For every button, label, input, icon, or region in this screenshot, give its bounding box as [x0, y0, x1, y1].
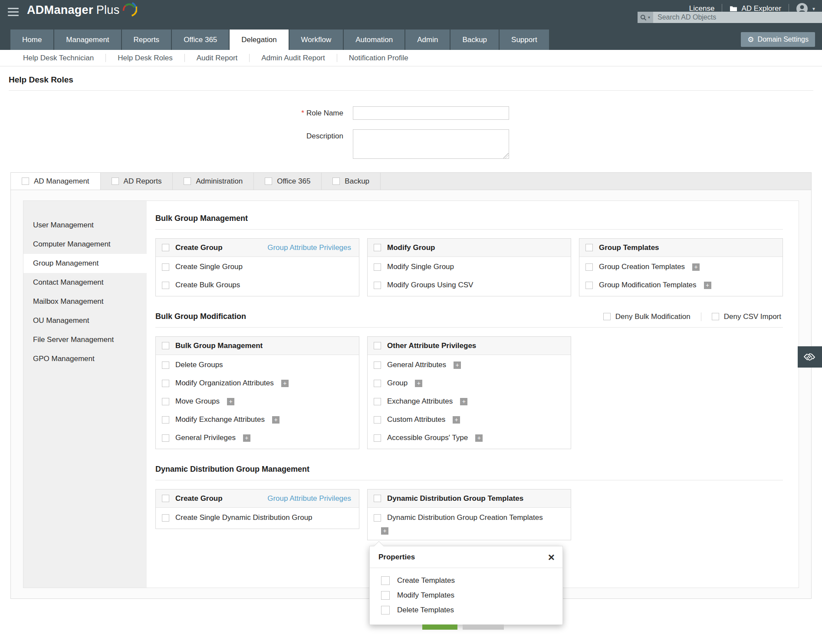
deny-option-deny-bulk-modification[interactable]: Deny Bulk Modification: [593, 312, 701, 321]
sidebar-item-user-management[interactable]: User Management: [23, 216, 147, 235]
role-name-input[interactable]: [353, 106, 509, 120]
subnav-item-admin-audit-report[interactable]: Admin Audit Report: [250, 54, 337, 62]
nav-item-admin[interactable]: Admin: [405, 30, 450, 50]
sidebar-item-ou-management[interactable]: OU Management: [23, 311, 147, 330]
item-checkbox[interactable]: [162, 263, 169, 271]
nav-item-backup[interactable]: Backup: [450, 30, 499, 50]
nav-item-office-365[interactable]: Office 365: [172, 30, 229, 50]
popup-option-create-templates[interactable]: Create Templates: [370, 573, 562, 588]
deny-checkbox[interactable]: [712, 313, 719, 320]
privilege-item-label: Create Single Group: [175, 263, 243, 271]
subnav-item-help-desk-technician[interactable]: Help Desk Technician: [11, 54, 106, 62]
box-body: Create Single Dynamic Distribution Group: [156, 508, 359, 529]
tab-ad-management[interactable]: AD Management: [11, 173, 101, 190]
nav-item-home[interactable]: Home: [10, 30, 53, 50]
expand-plus-icon[interactable]: +: [227, 398, 234, 405]
item-checkbox[interactable]: [374, 398, 381, 405]
subnav-item-audit-report[interactable]: Audit Report: [185, 54, 250, 62]
item-checkbox[interactable]: [374, 416, 381, 424]
nav-item-delegation[interactable]: Delegation: [230, 30, 288, 50]
sidebar-item-file-server-management[interactable]: File Server Management: [23, 330, 147, 349]
expand-plus-icon[interactable]: +: [454, 361, 461, 369]
expand-plus-icon[interactable]: +: [692, 263, 700, 271]
nav-item-support[interactable]: Support: [500, 30, 549, 50]
close-icon[interactable]: ×: [548, 553, 555, 561]
domain-settings-button[interactable]: ⚙ Domain Settings: [741, 32, 815, 47]
nav-item-management[interactable]: Management: [54, 30, 121, 50]
item-checkbox[interactable]: [162, 398, 169, 405]
box-header-checkbox[interactable]: [162, 342, 169, 349]
tab-label: AD Reports: [124, 177, 162, 186]
popup-checkbox[interactable]: [381, 591, 390, 600]
subnav-item-help-desk-roles[interactable]: Help Desk Roles: [106, 54, 185, 62]
item-checkbox[interactable]: [374, 263, 381, 271]
popup-option-delete-templates[interactable]: Delete Templates: [370, 603, 562, 618]
privilege-item-label: Custom Attributes: [387, 415, 445, 424]
popup-option-modify-templates[interactable]: Modify Templates: [370, 588, 562, 603]
deny-option-deny-csv-import[interactable]: Deny CSV Import: [701, 312, 783, 321]
sidebar-item-group-management[interactable]: Group Management: [23, 254, 147, 273]
tab-checkbox[interactable]: [112, 177, 119, 185]
item-checkbox[interactable]: [162, 361, 169, 369]
sidebar-item-contact-management[interactable]: Contact Management: [23, 273, 147, 292]
nav-item-automation[interactable]: Automation: [344, 30, 404, 50]
group-attribute-privileges-link[interactable]: Group Attribute Privileges: [267, 494, 351, 503]
item-checkbox[interactable]: [374, 514, 381, 522]
description-textarea[interactable]: [353, 129, 509, 159]
item-checkbox[interactable]: [374, 282, 381, 289]
search-scope-button[interactable]: ▼: [638, 12, 653, 23]
box-header-checkbox[interactable]: [162, 244, 169, 251]
hamburger-menu-icon[interactable]: [8, 8, 19, 16]
tab-office-365[interactable]: Office 365: [254, 173, 322, 190]
tab-checkbox[interactable]: [265, 177, 272, 185]
tab-checkbox[interactable]: [332, 177, 340, 185]
subnav-item-notification-profile[interactable]: Notification Profile: [337, 54, 420, 62]
expand-plus-icon[interactable]: +: [272, 416, 279, 424]
group-attribute-privileges-link[interactable]: Group Attribute Privileges: [267, 243, 351, 252]
box-header-checkbox[interactable]: [374, 342, 381, 349]
tab-administration[interactable]: Administration: [173, 173, 254, 190]
expand-plus-icon[interactable]: +: [453, 416, 460, 424]
box-header-checkbox[interactable]: [374, 244, 381, 251]
sidebar-item-gpo-management[interactable]: GPO Management: [23, 349, 147, 368]
cancel-button-partial[interactable]: [463, 624, 504, 630]
item-checkbox[interactable]: [162, 434, 169, 442]
tab-checkbox[interactable]: [22, 177, 29, 185]
expand-plus-icon-expanded[interactable]: +: [381, 527, 388, 535]
expand-plus-icon[interactable]: +: [281, 380, 289, 387]
deny-checkbox[interactable]: [603, 313, 611, 320]
box-header-checkbox[interactable]: [374, 495, 381, 502]
search-input[interactable]: [653, 12, 822, 23]
nav-item-workflow[interactable]: Workflow: [289, 30, 343, 50]
expand-plus-icon[interactable]: +: [243, 434, 250, 442]
tab-checkbox[interactable]: [184, 177, 191, 185]
item-checkbox[interactable]: [162, 380, 169, 387]
popup-checkbox[interactable]: [381, 576, 390, 585]
expand-plus-icon[interactable]: +: [475, 434, 483, 442]
sidebar-item-computer-management[interactable]: Computer Management: [23, 235, 147, 254]
tab-ad-reports[interactable]: AD Reports: [101, 173, 173, 190]
item-checkbox[interactable]: [162, 282, 169, 289]
tab-backup[interactable]: Backup: [322, 173, 381, 190]
popup-checkbox[interactable]: [381, 606, 390, 614]
expand-plus-icon[interactable]: +: [460, 398, 467, 405]
sidebar-item-mailbox-management[interactable]: Mailbox Management: [23, 292, 147, 311]
item-checkbox[interactable]: [585, 263, 593, 271]
nav-item-reports[interactable]: Reports: [122, 30, 171, 50]
save-button-partial[interactable]: [422, 624, 457, 630]
expand-plus-icon[interactable]: +: [704, 282, 711, 289]
section-divider: [155, 229, 783, 230]
item-checkbox[interactable]: [374, 361, 381, 369]
item-checkbox[interactable]: [162, 416, 169, 424]
item-checkbox[interactable]: [585, 282, 593, 289]
item-checkbox[interactable]: [374, 434, 381, 442]
feedback-button[interactable]: [798, 346, 822, 368]
item-checkbox[interactable]: [162, 514, 169, 522]
popup-option-label: Delete Templates: [397, 606, 454, 614]
box-header-checkbox[interactable]: [585, 244, 593, 251]
item-checkbox[interactable]: [374, 380, 381, 387]
privilege-box-other-attribute-privileges: Other Attribute PrivilegesGeneral Attrib…: [367, 336, 571, 449]
privilege-item-general-attributes: General Attributes+: [368, 356, 571, 374]
expand-plus-icon[interactable]: +: [415, 380, 422, 387]
box-header-checkbox[interactable]: [162, 495, 169, 502]
